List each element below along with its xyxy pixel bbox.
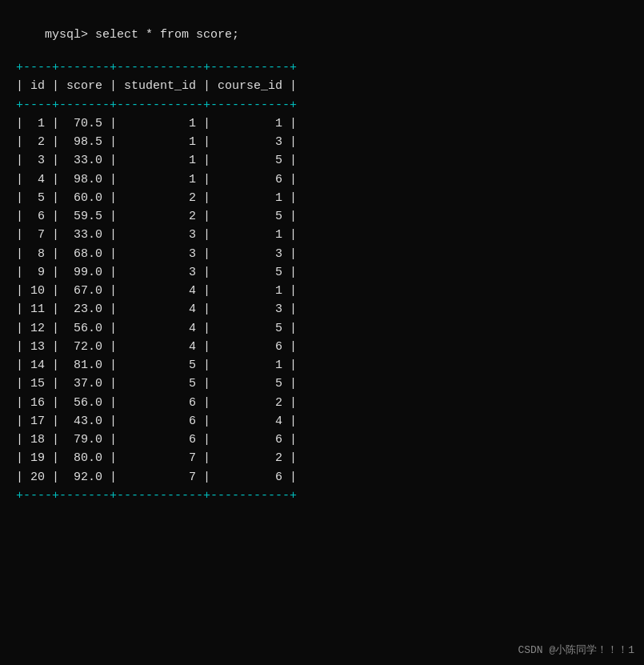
- table-row: | 3 | 33.0 | 1 | 5 |: [16, 151, 628, 170]
- watermark: CSDN @小陈同学！！！1: [518, 643, 634, 657]
- table-body: | 1 | 70.5 | 1 | 1 || 2 | 98.5 | 1 | 3 |…: [16, 114, 628, 487]
- table-row: | 1 | 70.5 | 1 | 1 |: [16, 114, 628, 133]
- from-keyword: from: [160, 28, 189, 42]
- table-row: | 14 | 81.0 | 5 | 1 |: [16, 356, 628, 375]
- command-rest: score;: [189, 28, 239, 42]
- table-row: | 20 | 92.0 | 7 | 6 |: [16, 468, 628, 487]
- table-row: | 6 | 59.5 | 2 | 5 |: [16, 207, 628, 226]
- table-wrapper: +----+-------+------------+-----------+ …: [16, 58, 628, 505]
- table-header: | id | score | student_id | course_id |: [16, 77, 628, 95]
- table-row: | 18 | 79.0 | 6 | 6 |: [16, 431, 628, 449]
- table-row: | 9 | 99.0 | 3 | 5 |: [16, 263, 628, 282]
- table-row: | 13 | 72.0 | 4 | 6 |: [16, 338, 628, 356]
- table-row: | 10 | 67.0 | 4 | 1 |: [16, 282, 628, 300]
- table-row: | 19 | 80.0 | 7 | 2 |: [16, 449, 628, 467]
- table-row: | 11 | 23.0 | 4 | 3 |: [16, 300, 628, 318]
- table-row: | 15 | 37.0 | 5 | 5 |: [16, 375, 628, 393]
- separator-header: +----+-------+------------+-----------+: [16, 96, 628, 114]
- table-row: | 2 | 98.5 | 1 | 3 |: [16, 133, 628, 151]
- table-row: | 17 | 43.0 | 6 | 4 |: [16, 412, 628, 431]
- separator-bottom: +----+-------+------------+-----------+: [16, 487, 628, 505]
- table-row: | 16 | 56.0 | 6 | 2 |: [16, 394, 628, 412]
- table-row: | 5 | 60.0 | 2 | 1 |: [16, 189, 628, 207]
- command-line: mysql> select * from score;: [16, 14, 628, 55]
- table-row: | 8 | 68.0 | 3 | 3 |: [16, 245, 628, 263]
- command-text: select *: [95, 28, 160, 42]
- table-row: | 12 | 56.0 | 4 | 5 |: [16, 319, 628, 338]
- table-row: | 4 | 98.0 | 1 | 6 |: [16, 170, 628, 189]
- terminal-window: mysql> select * from score; +----+------…: [0, 0, 644, 665]
- table-row: | 7 | 33.0 | 3 | 1 |: [16, 226, 628, 244]
- separator-top: +----+-------+------------+-----------+: [16, 58, 628, 77]
- prompt: mysql>: [45, 28, 95, 42]
